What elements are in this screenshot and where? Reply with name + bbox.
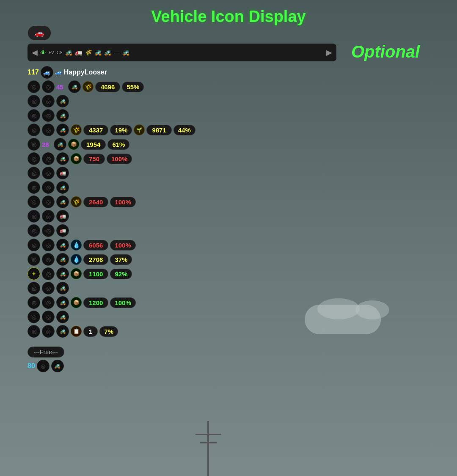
row5-icon1: ◎	[28, 138, 40, 151]
nav-fv-label[interactable]: FV	[49, 50, 54, 55]
row2-glyph3: 🚜	[60, 98, 66, 104]
vehicle-row-15: ◎ ◎ 🚜	[28, 281, 281, 295]
row14-glyph1: ✦	[31, 270, 36, 277]
row5-icon2: 🚜	[54, 138, 66, 151]
row12-glyph1: ◎	[32, 242, 36, 248]
free-section: ---Free--- 80 ◎ 🚜	[28, 343, 281, 373]
row14-icon2: ◎	[42, 267, 55, 280]
row9-glyph1: ◎	[32, 199, 36, 205]
row6-value: 750	[83, 154, 105, 164]
row17-glyph1: ◎	[32, 314, 36, 320]
nav-bar: ◀ 👁 FV CS 🚜 🚛 🌾 🚜 🚜 — 🚜 ▶	[28, 44, 336, 61]
row15-glyph3: 🚜	[60, 285, 66, 291]
free-glyph2: 🚜	[54, 363, 61, 369]
player-vehicle-icon: 🚙	[41, 66, 53, 79]
row1-icon2: ◎	[42, 80, 55, 93]
row18-icon2: ◎	[42, 325, 55, 338]
free-label: ---Free---	[28, 347, 64, 358]
row13-glyph3: 🚜	[60, 256, 66, 262]
vehicle-row-14: ✦ ◎ 🚜 📦 1100 92%	[28, 267, 281, 281]
vehicle-row-16: ◎ ◎ 🚜 📦 1200 100%	[28, 296, 281, 309]
vehicle-row-3: ◎ ◎ 🚜	[28, 109, 281, 122]
row13-icon1: ◎	[28, 253, 40, 266]
row17-icon2: ◎	[42, 311, 55, 323]
nav-tractor3-icon[interactable]: 🚜	[104, 49, 111, 56]
nav-prev-arrow[interactable]: ◀	[32, 48, 38, 57]
row3-icon1: ◎	[28, 109, 40, 122]
row4-glyph3: 🚜	[60, 127, 66, 133]
nav-eye-icon[interactable]: 👁	[40, 49, 46, 56]
row12-res-glyph: 💧	[73, 242, 80, 248]
nav-tractor4-icon[interactable]: 🚜	[122, 49, 129, 56]
row6-glyph2: ◎	[46, 156, 51, 162]
row18-glyph2: ◎	[46, 328, 51, 335]
nav-cs-label[interactable]: CS	[57, 50, 63, 55]
row17-icon1: ◎	[28, 311, 40, 323]
row4-res-icon: 🌾	[71, 124, 82, 135]
row11-icon2: ◎	[42, 224, 55, 237]
row7-icon3: 🚛	[56, 167, 69, 179]
row14-res-glyph: 📦	[73, 271, 80, 277]
nav-tractor1-icon[interactable]: 🚜	[65, 49, 72, 56]
row13-glyph1: ◎	[32, 256, 36, 263]
row15-icon2: ◎	[42, 282, 55, 294]
row3-glyph2: ◎	[46, 113, 51, 119]
row5-res-glyph: 📦	[71, 141, 77, 147]
nav-harvester-icon[interactable]: 🌾	[85, 49, 92, 56]
row18-glyph1: ◎	[32, 328, 36, 335]
row9-res-icon: 🌾	[71, 196, 82, 207]
row1-res-icon: 🌾	[83, 81, 94, 92]
antenna	[207, 421, 209, 476]
row13-glyph2: ◎	[46, 256, 51, 263]
row4-res-glyph: 🌾	[73, 127, 80, 133]
row12-icon2: ◎	[42, 239, 55, 251]
row14-icon1: ✦	[28, 267, 40, 280]
row10-icon1: ◎	[28, 210, 40, 223]
free-row: 80 ◎ 🚜	[28, 359, 281, 373]
row9-glyph3: 🚜	[60, 199, 66, 205]
row4-icon1: ◎	[28, 124, 40, 136]
row13-percent: 37%	[110, 254, 132, 265]
row8-glyph1: ◎	[32, 184, 36, 191]
row14-glyph2: ◎	[46, 271, 51, 277]
row8-icon1: ◎	[28, 181, 40, 194]
vehicle-row-4: ◎ ◎ 🚜 🌾 4337 19% 🌱 9871 44%	[28, 123, 281, 137]
row12-value: 6056	[83, 240, 108, 250]
row9-percent: 100%	[110, 197, 135, 207]
row5-res-icon: 📦	[68, 139, 79, 150]
row5-glyph2: 🚜	[57, 141, 63, 147]
player-name: HappyLooser	[64, 69, 107, 76]
nav-truck-icon[interactable]: 🚛	[75, 49, 82, 56]
row8-glyph2: ◎	[46, 184, 51, 191]
row1-icon3: 🚜	[68, 80, 81, 93]
row1-glyph3: 🚜	[72, 84, 78, 90]
vehicle-row-2: ◎ ◎ 🚜	[28, 94, 281, 108]
page-title: Vehicle Icon Display	[151, 8, 306, 26]
row16-percent: 100%	[110, 297, 135, 308]
row6-icon1: ◎	[28, 152, 40, 165]
row4-extra-glyph: 🌱	[136, 127, 142, 133]
row11-icon1: ◎	[28, 224, 40, 237]
row17-glyph3: 🚜	[60, 314, 66, 320]
row14-icon3: 🚜	[56, 267, 69, 280]
row6-icon3: 🚜	[56, 152, 69, 165]
free-icon1: ◎	[37, 360, 50, 372]
row4-extra-percent: 44%	[173, 125, 195, 135]
antenna-cross2	[200, 442, 217, 443]
row12-icon1: ◎	[28, 239, 40, 251]
row13-icon3: 🚜	[56, 253, 69, 266]
row12-glyph3: 🚜	[60, 242, 66, 248]
row4-value: 4337	[83, 125, 108, 135]
nav-tractor2-icon[interactable]: 🚜	[94, 49, 102, 56]
vehicle-icon-button[interactable]: 🚗	[28, 25, 51, 41]
player-car-icon: 🚙	[55, 69, 62, 76]
row9-res-glyph: 🌾	[73, 198, 80, 205]
nav-next-arrow[interactable]: ▶	[326, 48, 332, 57]
row10-icon3: 🚛	[56, 210, 69, 223]
row6-glyph3: 🚜	[60, 156, 66, 162]
cloud-sub2	[355, 300, 389, 319]
row15-glyph2: ◎	[46, 285, 51, 292]
vehicle-row-13: ◎ ◎ 🚜 💧 2708 37%	[28, 253, 281, 266]
row15-icon3: 🚜	[56, 282, 69, 294]
row5-percent: 61%	[107, 139, 129, 150]
